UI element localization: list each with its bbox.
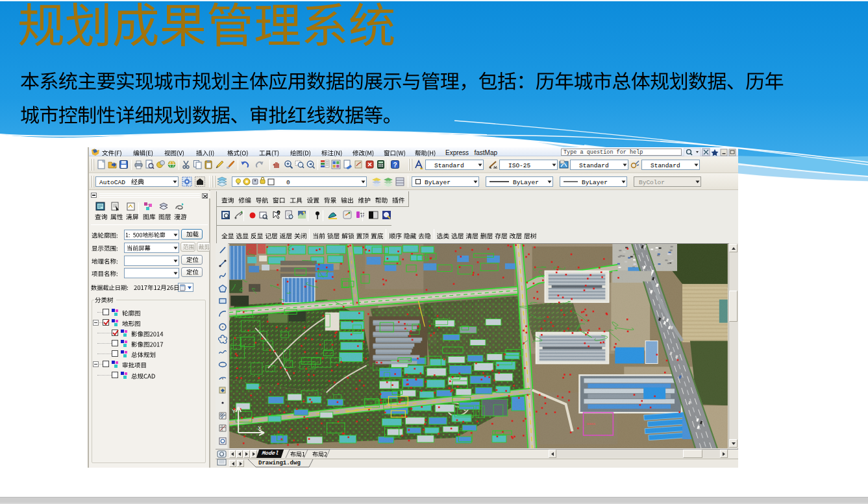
svg-text:?: ? bbox=[393, 162, 397, 169]
